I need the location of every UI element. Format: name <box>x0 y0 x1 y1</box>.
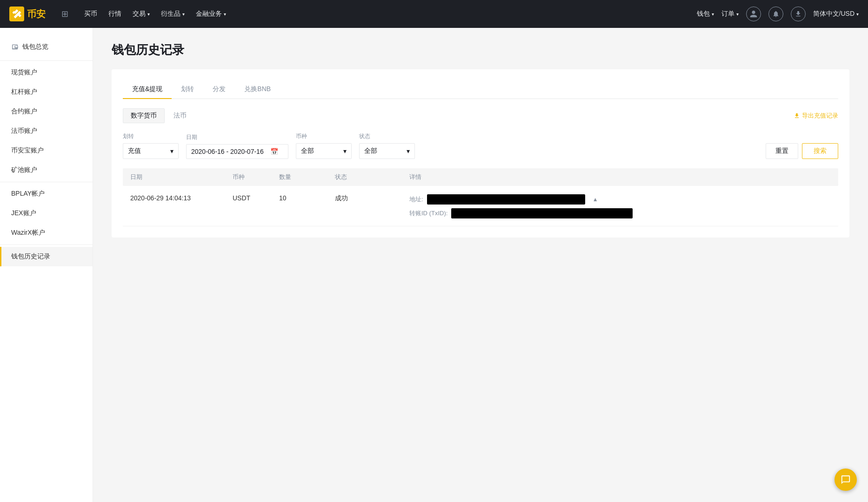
filter-status-arrow: ▾ <box>407 147 410 155</box>
filter-coin-select[interactable]: 全部 ▾ <box>296 143 352 159</box>
nav-wallet-arrow: ▾ <box>712 12 714 17</box>
filter-coin-label: 币种 <box>296 132 352 140</box>
main-content: 钱包历史记录 充值&提现 划转 分发 兑换BNB <box>93 28 868 502</box>
nav-orders-arrow: ▾ <box>736 12 739 17</box>
sidebar-item-wallet-overview[interactable]: 钱包总览 <box>0 37 93 57</box>
sidebar-item-margin[interactable]: 杠杆账户 <box>0 82 93 102</box>
table-row: 2020-06-29 14:04:13 USDT 10 成功 地址: ▲ 转账I… <box>123 187 838 226</box>
detail-address-label: 地址: <box>409 195 423 204</box>
sidebar-divider <box>0 60 93 61</box>
filter-row: 划转 充值 ▾ 日期 2020-06-16 - 2020-07-16 📅 币种 <box>123 132 838 159</box>
nav-buy[interactable]: 买币 <box>80 0 102 28</box>
history-card: 充值&提现 划转 分发 兑换BNB 数字货币 <box>112 69 849 238</box>
nav-derivatives[interactable]: 衍生品 ▾ <box>156 0 189 28</box>
tabs: 充值&提现 划转 分发 兑换BNB <box>123 80 838 99</box>
filter-transfer-arrow: ▾ <box>170 147 174 155</box>
cell-amount: 10 <box>279 194 335 202</box>
navbar: 币安 ⊞ 买币 行情 交易 ▾ 衍生品 ▾ 金融业务 ▾ 钱包 ▾ 订单 ▾ <box>0 0 868 28</box>
nav-grid-icon[interactable]: ⊞ <box>61 9 68 19</box>
filter-transfer-select[interactable]: 充值 ▾ <box>123 143 179 159</box>
col-amount: 数量 <box>279 173 335 181</box>
table-header: 日期 币种 数量 状态 详情 <box>123 168 838 186</box>
nav-wallet[interactable]: 钱包 ▾ <box>697 10 714 18</box>
sidebar-item-spot[interactable]: 现货账户 <box>0 63 93 82</box>
reset-button[interactable]: 重置 <box>766 143 798 159</box>
sidebar-item-mining[interactable]: 矿池账户 <box>0 160 93 180</box>
nav-trade[interactable]: 交易 ▾ <box>128 0 154 28</box>
detail-txid-value <box>451 208 633 218</box>
sidebar-item-fiat[interactable]: 法币账户 <box>0 121 93 141</box>
filter-status-group: 状态 全部 ▾ <box>359 132 415 159</box>
detail-collapse-icon[interactable]: ▲ <box>593 196 598 203</box>
nav-finance[interactable]: 金融业务 ▾ <box>191 0 231 28</box>
sidebar-item-binancebao[interactable]: 币安宝账户 <box>0 141 93 160</box>
filter-coin-arrow: ▾ <box>343 147 347 155</box>
filter-date-label: 日期 <box>186 133 288 141</box>
detail-txid-row: 转账ID (TxID): <box>409 208 831 218</box>
nav-profile-icon[interactable] <box>746 7 761 21</box>
filter-status-label: 状态 <box>359 132 415 140</box>
sidebar-item-history[interactable]: 钱包历史记录 <box>0 247 93 266</box>
nav-lang-arrow: ▾ <box>856 12 859 17</box>
sidebar-overview-label: 钱包总览 <box>22 43 48 51</box>
nav-orders[interactable]: 订单 ▾ <box>721 10 739 18</box>
filter-transfer-group: 划转 充值 ▾ <box>123 132 179 159</box>
nav-bell-icon[interactable] <box>768 7 783 21</box>
detail-address-row: 地址: ▲ <box>409 194 831 205</box>
tab-deposit-withdraw[interactable]: 充值&提现 <box>123 80 172 99</box>
nav-trade-arrow: ▾ <box>147 12 150 17</box>
nav-finance-arrow: ▾ <box>224 12 226 17</box>
sidebar-item-wazirx[interactable]: WazirX帐户 <box>0 223 93 243</box>
filter-date-icon: 📅 <box>270 148 278 155</box>
sub-tabs-left: 数字货币 法币 <box>123 108 194 123</box>
sidebar-item-bplay[interactable]: BPLAY帐户 <box>0 184 93 204</box>
sub-tab-fiat[interactable]: 法币 <box>166 108 194 123</box>
sidebar-item-futures[interactable]: 合约账户 <box>0 102 93 121</box>
filter-coin-group: 币种 全部 ▾ <box>296 132 352 159</box>
logo[interactable]: 币安 <box>9 7 46 21</box>
filter-transfer-label: 划转 <box>123 132 179 140</box>
nav-download-icon[interactable] <box>791 7 806 21</box>
filter-status-select[interactable]: 全部 ▾ <box>359 143 415 159</box>
col-date: 日期 <box>130 173 233 181</box>
sub-tab-crypto[interactable]: 数字货币 <box>123 108 165 123</box>
logo-text: 币安 <box>27 8 46 20</box>
export-link[interactable]: 导出充值记录 <box>794 112 838 120</box>
tab-distribution[interactable]: 分发 <box>203 80 235 99</box>
nav-market[interactable]: 行情 <box>104 0 126 28</box>
page-title: 钱包历史记录 <box>112 42 849 58</box>
search-button[interactable]: 搜索 <box>802 143 838 159</box>
sidebar-divider-3 <box>0 244 93 245</box>
detail-txid-label: 转账ID (TxID): <box>409 209 447 218</box>
sidebar: 钱包总览 现货账户 杠杆账户 合约账户 法币账户 币安宝账户 矿池账户 BPLA… <box>0 28 93 502</box>
nav-language[interactable]: 简体中文/USD ▾ <box>813 10 859 18</box>
cell-date: 2020-06-29 14:04:13 <box>130 194 233 202</box>
page-layout: 钱包总览 现货账户 杠杆账户 合约账户 法币账户 币安宝账户 矿池账户 BPLA… <box>0 28 868 502</box>
sub-tabs: 数字货币 法币 导出充值记录 <box>123 108 838 123</box>
col-coin: 币种 <box>233 173 279 181</box>
cell-coin: USDT <box>233 194 279 202</box>
nav-links: 买币 行情 交易 ▾ 衍生品 ▾ 金融业务 ▾ <box>80 0 686 28</box>
sidebar-item-jex[interactable]: JEX账户 <box>0 204 93 223</box>
tab-transfer[interactable]: 划转 <box>172 80 203 99</box>
col-detail: 详情 <box>409 173 831 181</box>
sidebar-divider-2 <box>0 182 93 182</box>
filter-date-range[interactable]: 2020-06-16 - 2020-07-16 📅 <box>186 144 288 159</box>
cell-detail: 地址: ▲ 转账ID (TxID): <box>409 194 831 218</box>
col-status: 状态 <box>335 173 409 181</box>
filter-date-group: 日期 2020-06-16 - 2020-07-16 📅 <box>186 133 288 159</box>
cell-status: 成功 <box>335 194 409 203</box>
nav-right: 钱包 ▾ 订单 ▾ 简体中文/USD ▾ <box>697 7 859 21</box>
detail-address-value <box>427 194 585 205</box>
nav-derivatives-arrow: ▾ <box>182 12 185 17</box>
filter-btn-group: 重置 搜索 <box>766 143 838 159</box>
tab-convert-bnb[interactable]: 兑换BNB <box>235 80 280 99</box>
chat-button[interactable] <box>835 469 857 491</box>
